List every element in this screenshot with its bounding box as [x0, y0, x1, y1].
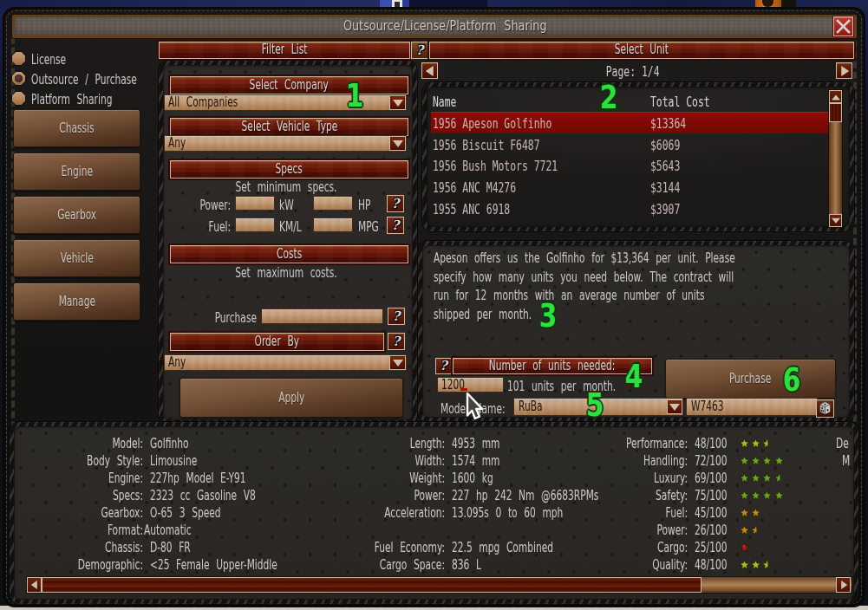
random-name-button[interactable] — [816, 399, 834, 418]
purchase-button[interactable]: Purchase — [665, 359, 836, 399]
right-arrow-icon — [841, 581, 847, 589]
units-help-button[interactable]: ? — [435, 358, 452, 374]
hscrollbar-thumb[interactable] — [42, 577, 702, 593]
star-icon — [750, 438, 761, 449]
stat-row: Engine:227hp Model E-Y91 — [35, 470, 285, 487]
power-label: Power: — [184, 198, 231, 213]
dropdown-arrow-icon — [393, 140, 403, 147]
stat-value: 48/100 — [695, 435, 727, 452]
power-help-button[interactable]: ? — [387, 195, 404, 212]
star-icon — [773, 455, 785, 466]
annotation-2: 2 — [600, 79, 618, 116]
sidebar-button-gearbox[interactable]: Gearbox — [13, 196, 140, 234]
sidebar-button-chassis[interactable]: Chassis — [13, 109, 140, 147]
unit-row-cost[interactable]: $3907 — [650, 202, 680, 217]
stat-label: Acceleration: — [314, 504, 445, 522]
stat-label: Body Style: — [66, 452, 143, 470]
star-icon — [739, 438, 750, 449]
stars-performance — [739, 435, 773, 452]
button-label: Apply — [278, 379, 304, 417]
apply-button[interactable]: Apply — [179, 378, 403, 418]
stat-row: Length:4953 mm — [260, 435, 519, 452]
stat-label: Length: — [314, 435, 445, 452]
stat-fragment: De — [836, 435, 849, 452]
scroll-left-button[interactable] — [27, 577, 42, 593]
fuel-mpg-input[interactable] — [313, 217, 353, 232]
sidebar-button-label: Chassis — [59, 110, 94, 146]
model-name-dropdown-button[interactable] — [667, 399, 682, 414]
order-by-dropdown-button[interactable] — [389, 355, 406, 370]
unit-row-name[interactable]: 1956 Apeson Golfinho — [433, 116, 551, 132]
stat-label: Performance: — [581, 435, 688, 452]
scroll-up-button[interactable] — [829, 90, 842, 103]
stat-label: Demographic: — [66, 556, 143, 574]
select-company-header: Select Company — [170, 76, 408, 94]
star-icon — [739, 542, 750, 553]
star-icon — [750, 455, 761, 466]
fuel-help-button[interactable]: ? — [387, 217, 404, 234]
button-label: Purchase — [729, 360, 771, 398]
question-icon: ? — [440, 358, 447, 373]
column-header-cost: Total Cost — [650, 94, 710, 110]
header-label: Costs — [277, 246, 302, 262]
stat-value: 75/100 — [695, 487, 727, 504]
stat-value: Automatic — [144, 522, 192, 539]
annotation-4: 4 — [625, 358, 643, 395]
stats-hscrollbar[interactable] — [27, 577, 852, 593]
order-by-header: Order By — [170, 333, 384, 351]
star-icon — [750, 559, 761, 570]
stat-label: Fuel Economy: — [314, 539, 445, 556]
unit-row-cost[interactable]: $3144 — [650, 180, 680, 196]
trim-name-input[interactable]: W7463 — [686, 398, 818, 416]
company-dropdown[interactable]: All Companies — [164, 94, 407, 111]
unit-row-name[interactable]: 1956 Biscuit F6487 — [433, 138, 540, 153]
units-needed-input[interactable]: 1200 — [437, 377, 504, 393]
mouse-cursor — [466, 392, 484, 421]
vehicle-type-dropdown[interactable]: Any — [164, 135, 407, 152]
sidebar-button-vehicle[interactable]: Vehicle — [13, 239, 140, 277]
kml-label: KM/L — [279, 219, 302, 235]
star-icon — [739, 524, 750, 535]
header-label: Select Unit — [615, 42, 669, 57]
power-hp-input[interactable] — [313, 196, 353, 211]
stat-row: Gearbox:O-65 3 Speed — [35, 504, 250, 522]
scroll-down-button[interactable] — [829, 214, 842, 227]
fuel-label: Fuel: — [184, 219, 231, 235]
unit-row-cost[interactable]: $6069 — [650, 138, 680, 153]
power-kw-input[interactable] — [235, 196, 275, 211]
close-button[interactable] — [833, 16, 853, 36]
fuel-kml-input[interactable] — [235, 217, 275, 232]
sidebar-button-engine[interactable]: Engine — [13, 152, 140, 191]
page-label: Page: 1/4 — [606, 64, 660, 80]
outsource-window-screen: Outsource/License/Platform Sharing Licen… — [0, 0, 868, 610]
unit-row-name[interactable]: 1955 ANC 6918 — [433, 202, 510, 217]
purchase-cost-slider[interactable] — [261, 308, 383, 324]
half-star-icon — [761, 559, 773, 570]
stat-row: Chassis:D-80 FR — [35, 539, 207, 556]
order-by-dropdown[interactable]: Any — [164, 354, 407, 371]
stat-value: 836 L — [452, 556, 481, 574]
scrollbar-thumb[interactable] — [829, 103, 842, 122]
stat-row: Weight:1600 kg — [260, 470, 510, 487]
costs-header: Costs — [170, 245, 408, 263]
stat-value: 48/100 — [695, 556, 727, 574]
unit-row-cost[interactable]: $5643 — [650, 159, 680, 174]
left-arrow-icon — [30, 581, 36, 589]
unit-row-name[interactable]: 1956 ANC M4276 — [433, 180, 516, 196]
page-next-button[interactable] — [836, 62, 852, 79]
stat-value: 1574 mm — [452, 452, 500, 470]
filter-help-button[interactable]: ? — [411, 42, 428, 59]
stat-label: Handling: — [581, 452, 688, 470]
scroll-right-button[interactable] — [836, 577, 851, 593]
units-needed-header: Number of units needed: — [453, 358, 652, 374]
table-scrollbar[interactable] — [829, 90, 842, 227]
stat-label: Power: — [581, 522, 688, 539]
unit-row-cost[interactable]: $13364 — [650, 116, 686, 132]
unit-row-name[interactable]: 1956 Bush Motors 7721 — [433, 159, 558, 174]
vehicle-type-dropdown-button[interactable] — [389, 136, 406, 151]
purchase-cost-help-button[interactable]: ? — [388, 308, 405, 325]
sidebar-button-manage[interactable]: Manage — [13, 282, 140, 321]
stat-value: Limousine — [150, 452, 197, 470]
order-by-help-button[interactable]: ? — [388, 333, 405, 350]
company-dropdown-button[interactable] — [389, 95, 406, 110]
